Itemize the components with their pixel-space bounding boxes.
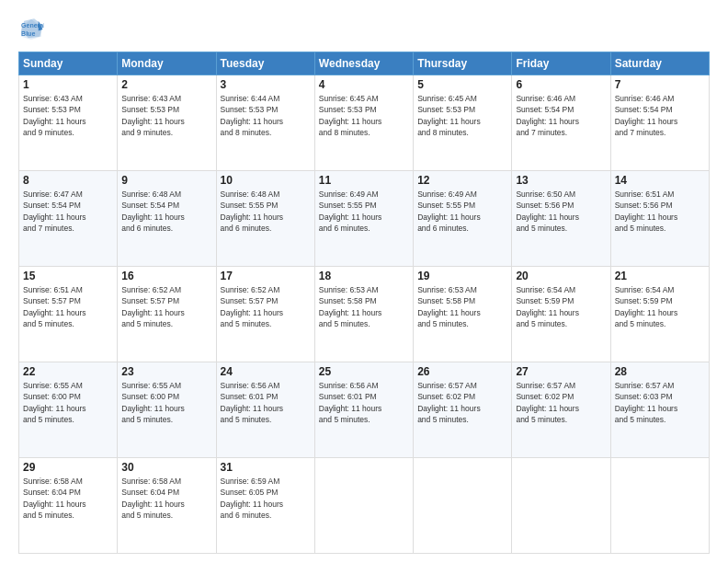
day-info: Sunrise: 6:47 AM Sunset: 5:54 PM Dayligh…	[23, 189, 113, 234]
calendar-cell: 12Sunrise: 6:49 AM Sunset: 5:55 PM Dayli…	[414, 171, 512, 267]
day-number: 27	[516, 365, 606, 378]
weekday-header-monday: Monday	[118, 52, 216, 75]
calendar-cell: 27Sunrise: 6:57 AM Sunset: 6:02 PM Dayli…	[512, 362, 610, 458]
day-info: Sunrise: 6:48 AM Sunset: 5:55 PM Dayligh…	[221, 189, 311, 234]
calendar-cell: 25Sunrise: 6:56 AM Sunset: 6:01 PM Dayli…	[314, 362, 413, 458]
day-number: 15	[23, 270, 113, 282]
day-info: Sunrise: 6:44 AM Sunset: 5:53 PM Dayligh…	[221, 93, 311, 138]
day-number: 6	[516, 78, 606, 91]
day-number: 7	[615, 78, 705, 91]
calendar-cell: 11Sunrise: 6:49 AM Sunset: 5:55 PM Dayli…	[314, 171, 413, 267]
day-info: Sunrise: 6:56 AM Sunset: 6:01 PM Dayligh…	[221, 380, 311, 425]
calendar-cell: 20Sunrise: 6:54 AM Sunset: 5:59 PM Dayli…	[512, 267, 610, 362]
day-info: Sunrise: 6:57 AM Sunset: 6:03 PM Dayligh…	[615, 380, 705, 425]
day-number: 30	[121, 461, 211, 474]
day-info: Sunrise: 6:52 AM Sunset: 5:57 PM Dayligh…	[221, 284, 311, 329]
day-number: 24	[221, 365, 311, 378]
day-info: Sunrise: 6:58 AM Sunset: 6:04 PM Dayligh…	[121, 476, 211, 521]
day-info: Sunrise: 6:43 AM Sunset: 5:53 PM Dayligh…	[23, 93, 113, 138]
day-info: Sunrise: 6:45 AM Sunset: 5:53 PM Dayligh…	[319, 93, 409, 138]
day-info: Sunrise: 6:55 AM Sunset: 6:00 PM Dayligh…	[23, 380, 113, 425]
calendar-cell: 8Sunrise: 6:47 AM Sunset: 5:54 PM Daylig…	[19, 171, 118, 267]
day-info: Sunrise: 6:53 AM Sunset: 5:58 PM Dayligh…	[417, 284, 507, 329]
day-number: 28	[615, 365, 705, 378]
day-number: 5	[417, 78, 507, 91]
calendar-cell: 15Sunrise: 6:51 AM Sunset: 5:57 PM Dayli…	[19, 267, 118, 362]
day-number: 10	[221, 174, 311, 187]
header: General Blue	[18, 17, 710, 42]
day-number: 16	[121, 270, 211, 282]
calendar-cell: 1Sunrise: 6:43 AM Sunset: 5:53 PM Daylig…	[19, 75, 118, 171]
day-info: Sunrise: 6:46 AM Sunset: 5:54 PM Dayligh…	[615, 93, 705, 138]
day-number: 26	[417, 365, 507, 378]
day-info: Sunrise: 6:48 AM Sunset: 5:54 PM Dayligh…	[121, 189, 211, 234]
logo: General Blue	[18, 17, 48, 42]
calendar-cell: 4Sunrise: 6:45 AM Sunset: 5:53 PM Daylig…	[314, 75, 413, 171]
calendar-cell: 3Sunrise: 6:44 AM Sunset: 5:53 PM Daylig…	[216, 75, 314, 171]
calendar-cell: 18Sunrise: 6:53 AM Sunset: 5:58 PM Dayli…	[314, 267, 413, 362]
day-number: 2	[121, 78, 211, 91]
logo-icon: General Blue	[18, 17, 44, 42]
calendar-cell: 9Sunrise: 6:48 AM Sunset: 5:54 PM Daylig…	[118, 171, 216, 267]
day-number: 25	[319, 365, 409, 378]
day-info: Sunrise: 6:54 AM Sunset: 5:59 PM Dayligh…	[615, 284, 705, 329]
calendar-cell: 26Sunrise: 6:57 AM Sunset: 6:02 PM Dayli…	[414, 362, 512, 458]
day-number: 19	[417, 270, 507, 282]
calendar-cell: 7Sunrise: 6:46 AM Sunset: 5:54 PM Daylig…	[610, 75, 709, 171]
calendar-cell: 17Sunrise: 6:52 AM Sunset: 5:57 PM Dayli…	[216, 267, 314, 362]
day-number: 13	[516, 174, 606, 187]
day-number: 20	[516, 270, 606, 282]
calendar-cell: 29Sunrise: 6:58 AM Sunset: 6:04 PM Dayli…	[19, 458, 118, 554]
calendar-cell: 22Sunrise: 6:55 AM Sunset: 6:00 PM Dayli…	[19, 362, 118, 458]
weekday-header-tuesday: Tuesday	[216, 52, 314, 75]
calendar-cell: 23Sunrise: 6:55 AM Sunset: 6:00 PM Dayli…	[118, 362, 216, 458]
day-info: Sunrise: 6:51 AM Sunset: 5:56 PM Dayligh…	[615, 189, 705, 234]
calendar-cell: 14Sunrise: 6:51 AM Sunset: 5:56 PM Dayli…	[610, 171, 709, 267]
calendar-table: SundayMondayTuesdayWednesdayThursdayFrid…	[18, 52, 710, 554]
weekday-header-sunday: Sunday	[19, 52, 118, 75]
day-number: 14	[615, 174, 705, 187]
day-number: 29	[23, 461, 113, 474]
day-number: 3	[221, 78, 311, 91]
page: General Blue SundayMondayTuesdayWednesda…	[0, 0, 728, 563]
day-info: Sunrise: 6:51 AM Sunset: 5:57 PM Dayligh…	[23, 284, 113, 329]
day-number: 8	[23, 174, 113, 187]
day-info: Sunrise: 6:55 AM Sunset: 6:00 PM Dayligh…	[121, 380, 211, 425]
day-info: Sunrise: 6:59 AM Sunset: 6:05 PM Dayligh…	[221, 476, 311, 521]
calendar-cell	[314, 458, 413, 554]
calendar-cell: 10Sunrise: 6:48 AM Sunset: 5:55 PM Dayli…	[216, 171, 314, 267]
weekday-header-saturday: Saturday	[610, 52, 709, 75]
day-info: Sunrise: 6:54 AM Sunset: 5:59 PM Dayligh…	[516, 284, 606, 329]
day-number: 9	[121, 174, 211, 187]
day-info: Sunrise: 6:58 AM Sunset: 6:04 PM Dayligh…	[23, 476, 113, 521]
weekday-header-wednesday: Wednesday	[314, 52, 413, 75]
day-info: Sunrise: 6:46 AM Sunset: 5:54 PM Dayligh…	[516, 93, 606, 138]
day-number: 1	[23, 78, 113, 91]
day-info: Sunrise: 6:45 AM Sunset: 5:53 PM Dayligh…	[417, 93, 507, 138]
day-number: 23	[121, 365, 211, 378]
day-info: Sunrise: 6:57 AM Sunset: 6:02 PM Dayligh…	[417, 380, 507, 425]
day-info: Sunrise: 6:52 AM Sunset: 5:57 PM Dayligh…	[121, 284, 211, 329]
day-info: Sunrise: 6:57 AM Sunset: 6:02 PM Dayligh…	[516, 380, 606, 425]
calendar-cell: 19Sunrise: 6:53 AM Sunset: 5:58 PM Dayli…	[414, 267, 512, 362]
calendar-cell	[414, 458, 512, 554]
calendar-cell	[512, 458, 610, 554]
calendar-cell: 2Sunrise: 6:43 AM Sunset: 5:53 PM Daylig…	[118, 75, 216, 171]
calendar-cell: 6Sunrise: 6:46 AM Sunset: 5:54 PM Daylig…	[512, 75, 610, 171]
day-info: Sunrise: 6:43 AM Sunset: 5:53 PM Dayligh…	[121, 93, 211, 138]
day-info: Sunrise: 6:50 AM Sunset: 5:56 PM Dayligh…	[516, 189, 606, 234]
calendar-cell: 5Sunrise: 6:45 AM Sunset: 5:53 PM Daylig…	[414, 75, 512, 171]
day-number: 18	[319, 270, 409, 282]
calendar-cell: 28Sunrise: 6:57 AM Sunset: 6:03 PM Dayli…	[610, 362, 709, 458]
calendar-cell: 30Sunrise: 6:58 AM Sunset: 6:04 PM Dayli…	[118, 458, 216, 554]
day-info: Sunrise: 6:56 AM Sunset: 6:01 PM Dayligh…	[319, 380, 409, 425]
day-number: 11	[319, 174, 409, 187]
calendar-cell: 16Sunrise: 6:52 AM Sunset: 5:57 PM Dayli…	[118, 267, 216, 362]
day-number: 12	[417, 174, 507, 187]
day-number: 22	[23, 365, 113, 378]
calendar-cell: 31Sunrise: 6:59 AM Sunset: 6:05 PM Dayli…	[216, 458, 314, 554]
calendar-cell	[610, 458, 709, 554]
calendar-cell: 24Sunrise: 6:56 AM Sunset: 6:01 PM Dayli…	[216, 362, 314, 458]
day-info: Sunrise: 6:49 AM Sunset: 5:55 PM Dayligh…	[417, 189, 507, 234]
weekday-header-thursday: Thursday	[414, 52, 512, 75]
